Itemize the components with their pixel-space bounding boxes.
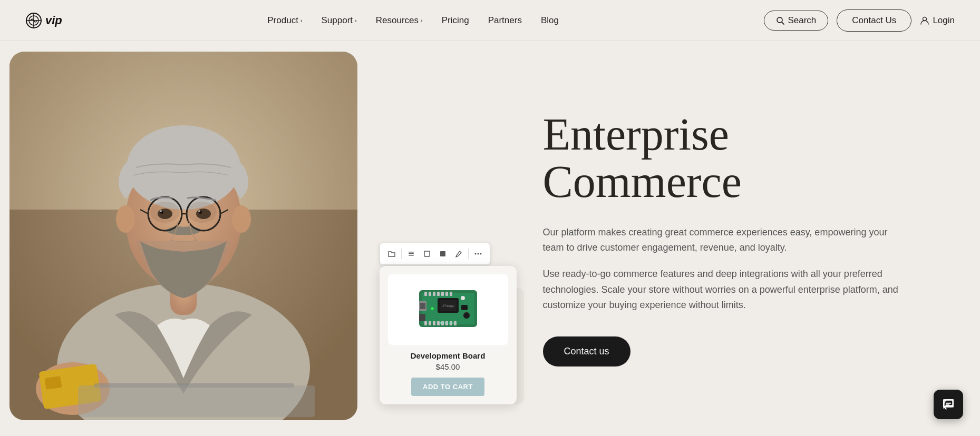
chat-icon [942,398,955,411]
nav-item-product[interactable]: Product › [267,15,302,26]
svg-rect-57 [424,321,427,325]
nav-item-resources[interactable]: Resources › [376,15,423,26]
product-price: $45.00 [388,362,508,371]
more-icon-btn[interactable] [471,246,486,261]
svg-point-25 [160,210,162,212]
search-icon [776,16,784,25]
navigation: vip Product › Support › Resources › Pric… [0,0,980,41]
hero-desc-2: Use ready-to-go commerce features and de… [543,266,901,313]
svg-rect-52 [433,292,435,296]
svg-rect-45 [420,303,425,309]
divider [401,249,402,259]
chevron-right-icon: › [355,17,357,24]
login-button[interactable]: Login [920,15,955,26]
chat-bubble-button[interactable] [934,390,963,419]
svg-point-40 [477,253,479,255]
svg-rect-56 [450,292,452,296]
editor-toolbar [380,243,490,265]
svg-rect-34 [409,252,414,253]
product-image: ATmega [416,285,480,332]
lines-icon-btn[interactable] [404,246,419,261]
svg-rect-53 [437,292,440,296]
svg-point-41 [480,253,481,255]
svg-text:ARDUINO: ARDUINO [439,321,457,325]
svg-rect-54 [441,292,444,296]
logo-text: vip [45,14,62,27]
hero-section: ATmega [0,41,980,436]
svg-point-28 [232,205,251,233]
hero-image-area: ATmega [0,41,490,436]
card-wrapper: ATmega [380,266,517,404]
square-outline-icon-btn[interactable] [420,246,434,261]
hero-title: Enterprise Commerce [543,111,938,206]
svg-rect-59 [433,321,435,325]
svg-rect-65 [461,305,468,310]
svg-rect-35 [409,253,414,254]
svg-line-5 [782,22,784,24]
pencil-icon-btn[interactable] [451,246,466,261]
product-card-overlay: ATmega [380,243,517,404]
nav-item-partners[interactable]: Partners [488,15,522,26]
nav-item-blog[interactable]: Blog [541,15,559,26]
square-filled-icon-btn[interactable] [435,246,450,261]
svg-point-26 [198,210,200,212]
svg-rect-51 [429,292,431,296]
product-name: Development Board [388,351,508,360]
product-image-area: ATmega [388,274,508,345]
svg-point-66 [463,312,470,319]
nav-item-support[interactable]: Support › [322,15,357,26]
svg-rect-37 [424,251,430,256]
user-icon [920,16,929,25]
hero-photo [9,52,357,420]
divider [468,249,469,259]
svg-point-39 [474,253,476,255]
nav-item-pricing[interactable]: Pricing [442,15,469,26]
contact-us-button[interactable]: Contact Us [837,9,911,32]
svg-point-21 [158,209,172,219]
svg-rect-55 [445,292,448,296]
svg-point-68 [431,308,433,310]
hero-person-image [9,52,357,420]
nav-actions: Search Contact Us Login [764,9,955,32]
svg-rect-33 [78,385,315,417]
hero-desc-1: Our platform makes creating great commer… [543,225,901,256]
chevron-right-icon: › [421,17,423,24]
chevron-right-icon: › [300,17,303,24]
nav-menu: Product › Support › Resources › Pricing … [267,15,559,26]
folder-icon-btn[interactable] [384,246,399,261]
svg-rect-31 [45,376,62,390]
product-card: ATmega [380,266,517,404]
svg-text:ATmega: ATmega [442,304,454,308]
svg-rect-36 [409,255,414,256]
svg-rect-46 [419,314,425,321]
svg-rect-50 [424,292,427,296]
search-button[interactable]: Search [764,11,828,31]
logo[interactable]: vip [25,12,62,29]
svg-rect-58 [429,321,431,325]
add-to-cart-button[interactable]: ADD TO CART [411,378,484,396]
svg-rect-38 [440,251,445,256]
svg-point-69 [461,296,465,300]
svg-point-22 [196,209,211,219]
hero-contact-button[interactable]: Contact us [543,336,630,366]
hero-content: Enterprise Commerce Our platform makes c… [490,79,981,398]
svg-point-27 [116,205,135,233]
